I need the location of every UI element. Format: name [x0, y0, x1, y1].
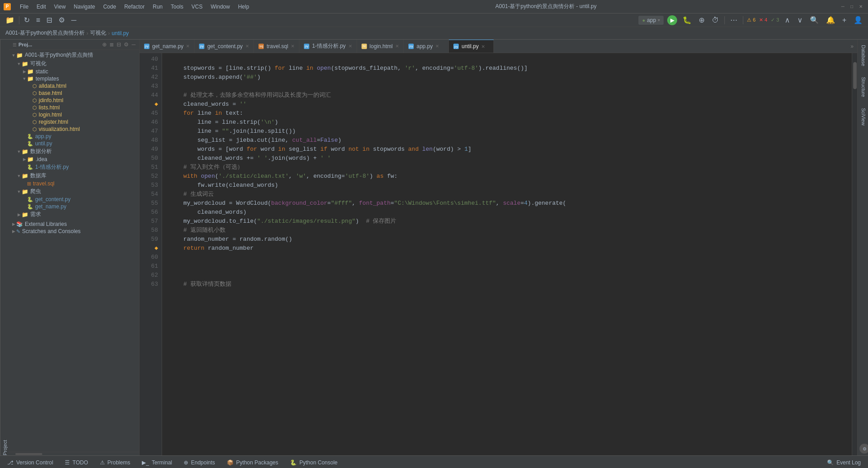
tab-app-py[interactable]: py app.py ✕ — [404, 40, 449, 53]
menu-view[interactable]: View — [50, 3, 69, 11]
maximize-button[interactable]: □ — [848, 3, 855, 10]
tree-hide-icon[interactable]: ─ — [131, 41, 136, 48]
code-editor[interactable]: 40 41 42 43 44 ◆ 45 46 47 48 49 50 51 52… — [140, 53, 857, 455]
add-button[interactable]: + — [841, 15, 848, 25]
problems-tab[interactable]: ⚠ Problems — [95, 458, 136, 468]
list-item[interactable]: ⬡ register.html — [9, 118, 139, 126]
tree-locate-icon[interactable]: ⊕ — [102, 41, 107, 48]
list-item[interactable]: 🐍 1-情感分析.py — [9, 163, 139, 171]
toolbar-hide-button[interactable]: ─ — [69, 15, 78, 25]
list-item[interactable]: ▶ 📁 .idea — [9, 156, 139, 163]
terminal-tab[interactable]: ▶_ Terminal — [136, 458, 177, 468]
todo-tab[interactable]: ☰ TODO — [59, 458, 93, 468]
tab-close[interactable]: ✕ — [481, 44, 485, 49]
account-button[interactable]: 👤 — [852, 15, 864, 25]
menu-run[interactable]: Run — [149, 3, 166, 11]
tree-scrollbar[interactable] — [9, 452, 139, 455]
chevron-down-button[interactable]: ∨ — [796, 15, 805, 25]
menu-window[interactable]: Window — [207, 3, 234, 11]
list-item[interactable]: ▼ 📁 数据分析 — [9, 147, 139, 156]
tree-list-icon[interactable]: ≣ — [109, 41, 114, 48]
close-button[interactable]: ✕ — [857, 3, 864, 10]
tab-close[interactable]: ✕ — [186, 44, 190, 49]
breadcrumb-file[interactable]: until.py — [112, 30, 129, 36]
toolbar-settings-button[interactable]: ⚙ — [57, 15, 67, 25]
tabs-more-button[interactable]: » — [850, 43, 854, 50]
version-control-tab[interactable]: ⎇ Version Control — [2, 458, 59, 468]
list-item[interactable]: 🐍 until.py — [9, 140, 139, 147]
tab-close[interactable]: ✕ — [348, 44, 352, 49]
tree-settings-icon[interactable]: ⚙ — [124, 41, 129, 48]
event-log-tab[interactable]: 🔍 Event Log — [822, 458, 866, 468]
project-side-tab[interactable]: Project — [0, 40, 9, 455]
tab-travel-sql[interactable]: sq travel.sql ✕ — [254, 40, 299, 53]
error-count[interactable]: ✕ 4 — [759, 17, 767, 23]
list-item[interactable]: ⬡ alldata.html — [9, 82, 139, 90]
more-button[interactable]: ⋯ — [728, 15, 739, 25]
list-item[interactable]: ▼ 📁 templates — [9, 75, 139, 82]
list-item[interactable]: ⬡ jdinfo.html — [9, 97, 139, 104]
database-panel-tab[interactable]: Database — [858, 40, 868, 72]
tab-get-name[interactable]: py get_name.py ✕ — [140, 40, 194, 53]
list-item[interactable]: ▼ 📁 A001-基于python的景点舆情 — [9, 51, 139, 59]
profile-button[interactable]: ⏱ — [710, 15, 721, 25]
minimize-button[interactable]: ─ — [839, 3, 846, 10]
toolbar-open-button[interactable]: 📁 — [4, 15, 16, 25]
tab-login-html[interactable]: ht login.html ✕ — [357, 40, 404, 53]
menu-refactor[interactable]: Refactor — [121, 3, 148, 11]
structure-panel-tab[interactable]: Structure — [858, 72, 868, 103]
code-content[interactable]: stopwords = [line.strip() for line in op… — [162, 53, 852, 455]
list-item[interactable]: ⊞ travel.sql — [9, 180, 139, 187]
tab-get-content[interactable]: py get_content.py ✕ — [194, 40, 254, 53]
ok-count[interactable]: ✓ 3 — [771, 17, 779, 23]
python-packages-tab[interactable]: 📦 Python Packages — [222, 458, 284, 468]
tab-sentiment[interactable]: py 1-情感分析.py ✕ — [299, 40, 357, 53]
breadcrumb-folder[interactable]: 可视化 — [90, 29, 106, 37]
toolbar-sync-button[interactable]: ↻ — [22, 15, 32, 25]
chevron-up-button[interactable]: ∧ — [783, 15, 792, 25]
endpoints-tab[interactable]: ⊕ Endpoints — [178, 458, 220, 468]
list-item[interactable]: ▼ 📁 数据库 — [9, 171, 139, 180]
warning-count[interactable]: ⚠ 6 — [747, 17, 755, 23]
sciview-panel-tab[interactable]: SciView — [858, 103, 868, 131]
notifications-button[interactable]: 🔔 — [824, 15, 837, 25]
menu-help[interactable]: Help — [235, 3, 253, 11]
list-item[interactable]: 🐍 get_name.py — [9, 203, 139, 210]
debug-button[interactable]: 🐛 — [681, 15, 693, 25]
coverage-button[interactable]: ⊕ — [697, 15, 706, 25]
run-button[interactable]: ▶ — [667, 15, 677, 25]
tab-close[interactable]: ✕ — [395, 44, 399, 49]
list-item[interactable]: ▶ ✎ Scratches and Consoles — [9, 228, 139, 235]
toolbar-collapse-button[interactable]: ⊟ — [45, 15, 54, 25]
list-item[interactable]: ▶ 📁 需求 — [9, 210, 139, 219]
list-item[interactable]: ⬡ lists.html — [9, 104, 139, 111]
tab-close[interactable]: ✕ — [291, 44, 294, 49]
list-item[interactable]: 🐍 app.py — [9, 133, 139, 140]
menu-file[interactable]: File — [16, 3, 32, 11]
tree-expand-icon[interactable]: ☰ — [13, 42, 17, 47]
menu-edit[interactable]: Edit — [33, 3, 50, 11]
menu-tools[interactable]: Tools — [167, 3, 187, 11]
list-item[interactable]: ⬡ base.html — [9, 90, 139, 97]
list-item[interactable]: ▶ 📁 static — [9, 68, 139, 75]
toolbar-tree-button[interactable]: ≡ — [34, 15, 42, 25]
breadcrumb-project[interactable]: A001-基于python的景点舆情分析 — [5, 29, 85, 37]
settings-circle-button[interactable]: ⚙ — [859, 444, 868, 454]
search-button[interactable]: 🔍 — [808, 15, 821, 25]
run-config-dropdown[interactable]: ● app ▾ — [638, 16, 664, 25]
tab-until-py[interactable]: py until.py ✕ — [449, 40, 494, 53]
list-item[interactable]: ⬡ visualization.html — [9, 126, 139, 133]
tree-collapse-icon[interactable]: ⊟ — [117, 41, 121, 48]
editor-scrollbar[interactable] — [852, 53, 857, 455]
python-console-tab[interactable]: 🐍 Python Console — [285, 458, 343, 468]
menu-vcs[interactable]: VCS — [188, 3, 206, 11]
list-item[interactable]: 🐍 get_content.py — [9, 196, 139, 203]
tab-close[interactable]: ✕ — [245, 44, 249, 49]
list-item[interactable]: ▼ 📁 可视化 — [9, 59, 139, 68]
list-item[interactable]: ▶ 📚 External Libraries — [9, 220, 139, 228]
menu-code[interactable]: Code — [99, 3, 120, 11]
list-item[interactable]: ▼ 📁 爬虫 — [9, 187, 139, 196]
tab-close[interactable]: ✕ — [435, 44, 439, 49]
menu-navigate[interactable]: Navigate — [70, 3, 99, 11]
list-item[interactable]: ⬡ login.html — [9, 111, 139, 118]
